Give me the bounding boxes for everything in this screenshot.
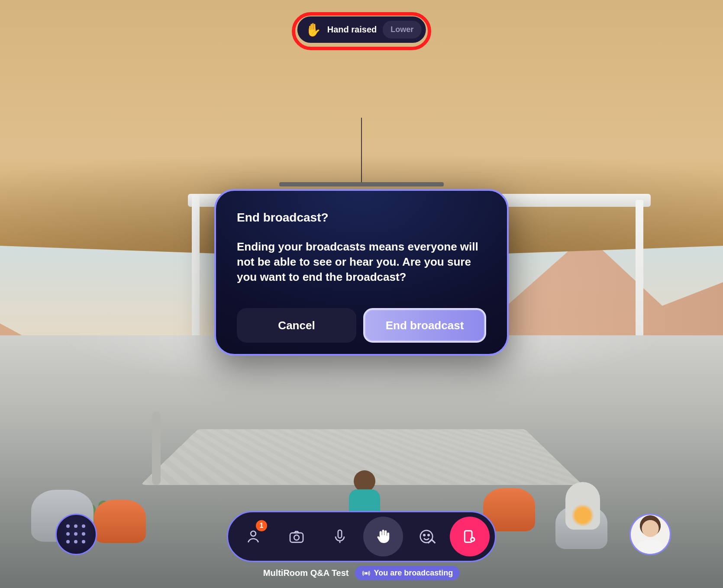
floor-lamp [152, 411, 161, 485]
status-line: MultiRoom Q&A Test You are broadcasting [263, 566, 460, 580]
camera-icon [288, 528, 305, 545]
fire-pit [565, 482, 600, 530]
leave-icon [461, 528, 478, 545]
svg-rect-3 [338, 530, 342, 538]
app-menu-button[interactable] [55, 514, 97, 555]
raise-hand-button[interactable] [363, 517, 403, 556]
participants-badge: 1 [256, 520, 267, 531]
chair [94, 500, 146, 543]
microphone-icon [331, 528, 349, 545]
hand-raised-label: Hand raised [327, 25, 377, 35]
dock: 1 [227, 511, 496, 562]
microphone-button[interactable] [320, 517, 360, 556]
svg-point-0 [251, 531, 256, 537]
broadcast-status-pill[interactable]: You are broadcasting [355, 566, 460, 580]
profile-avatar-button[interactable] [629, 514, 671, 555]
camera-button[interactable] [277, 517, 316, 556]
end-broadcast-button[interactable]: End broadcast [363, 308, 486, 343]
svg-point-2 [294, 535, 299, 540]
svg-rect-1 [290, 533, 303, 543]
hand-raised-icon: ✋ [305, 22, 321, 37]
avatar-icon [631, 515, 670, 554]
grid-icon [66, 524, 86, 544]
pendant-cord [361, 118, 362, 182]
leave-button[interactable] [450, 517, 490, 556]
reactions-button[interactable] [407, 517, 446, 556]
room-name: MultiRoom Q&A Test [263, 568, 349, 578]
dialog-title: End broadcast? [237, 211, 486, 225]
hand-raised-pill: ✋ Hand raised Lower [297, 16, 426, 43]
raise-hand-icon [374, 528, 392, 545]
participants-button[interactable]: 1 [233, 517, 273, 556]
svg-point-9 [365, 572, 367, 574]
dialog-buttons: Cancel End broadcast [237, 308, 486, 343]
lower-hand-button[interactable]: Lower [383, 21, 421, 39]
end-broadcast-dialog: End broadcast? Ending your broadcasts me… [214, 189, 509, 356]
dialog-body: Ending your broadcasts means everyone wi… [237, 239, 486, 285]
pendant-light [279, 182, 444, 186]
broadcast-icon [362, 569, 371, 578]
chevron-up-icon [423, 533, 440, 550]
broadcast-status-label: You are broadcasting [374, 569, 453, 578]
cancel-button[interactable]: Cancel [237, 308, 356, 343]
